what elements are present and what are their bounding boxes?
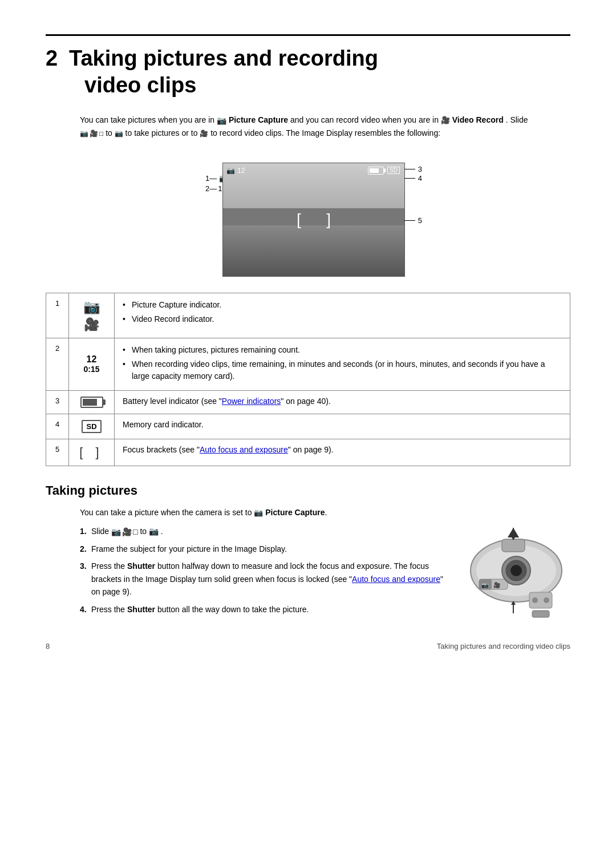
step-2: 2. Frame the subject for your picture in…	[80, 543, 451, 555]
row1-num: 1	[46, 293, 69, 338]
row3-desc: Battery level indicator (see "Power indi…	[115, 390, 570, 414]
row1-icon: 📷 🎥	[69, 293, 115, 338]
row2-count: 12	[77, 354, 106, 365]
section-cam-icon: 📷	[254, 507, 263, 519]
image-display-container: 1— 📷 2— 12 📷 12	[80, 153, 536, 277]
slide-cam-dest: 📷	[115, 128, 123, 139]
image-display-wrapper: 1— 📷 2— 12 📷 12	[188, 153, 428, 277]
display-cam-icon: 📷	[226, 167, 235, 175]
svg-text:🎥: 🎥	[493, 581, 501, 589]
section-content: You can take a picture when the camera i…	[80, 506, 570, 633]
row3-num: 3	[46, 390, 69, 414]
intro-text6: to record video clips. The Image Display…	[210, 128, 440, 138]
display-top-left: 📷 12	[226, 167, 245, 175]
step1-cam-icon: 📷	[111, 525, 121, 538]
taking-pictures-heading: Taking pictures	[46, 483, 570, 498]
row2-bullet2: When recording video clips, time remaini…	[123, 358, 562, 382]
step-4-num: 4.	[80, 603, 87, 616]
table-row: 5 [ ] Focus brackets (see "Auto focus an…	[46, 439, 570, 466]
chapter-title-row: 2 Taking pictures and recording	[46, 46, 570, 71]
indicator-table: 1 📷 🎥 Picture Capture indicator. Video R…	[46, 293, 570, 466]
focus-bracket	[297, 208, 331, 231]
step-3-num: 3.	[80, 560, 87, 572]
camera-illustration: 📷 🎥	[462, 525, 570, 633]
table-row: 2 12 0:15 When taking pictures, pictures…	[46, 338, 570, 390]
row4-desc: Memory card indicator.	[115, 414, 570, 439]
camera-svg: 📷 🎥	[462, 525, 570, 633]
row4-num: 4	[46, 414, 69, 439]
slide-camera-icon: 📷	[80, 128, 88, 139]
svg-point-16	[532, 597, 538, 603]
label-4-num: 4	[418, 174, 422, 183]
section-intro-bold: Picture Capture	[265, 508, 325, 517]
bracket-icon: [ ]	[79, 445, 103, 459]
intro-paragraph: You can take pictures when you are in 📷 …	[80, 114, 536, 140]
ground-band	[223, 225, 404, 276]
chapter-title: Taking pictures and recording	[69, 46, 378, 70]
chapter-header: 2 Taking pictures and recording video cl…	[46, 34, 570, 98]
step-1-slide-icons: 📷 🎥 □	[111, 525, 137, 538]
auto-focus-link[interactable]: Auto focus and exposure	[200, 445, 288, 454]
intro-to: to	[106, 128, 115, 138]
step-1-num: 1.	[80, 525, 87, 537]
table-row: 4 SD Memory card indicator.	[46, 414, 570, 439]
bottom-section: 1. Slide 📷 🎥 □ to 📷 . 2. Frame t	[80, 525, 570, 633]
step-3-bold: Shutter	[127, 561, 155, 571]
display-num-12: 12	[237, 167, 245, 175]
slide-box-icon: □	[99, 128, 103, 139]
display-battery-inline	[368, 167, 384, 175]
label-3-num: 3	[418, 165, 422, 173]
display-top-right: SD	[368, 167, 400, 175]
step-1-end: .	[161, 527, 163, 536]
step-1-text: Slide	[91, 527, 111, 536]
row4-icon: SD	[69, 414, 115, 439]
camera-inline-icon: 📷	[217, 114, 226, 127]
camera-icon-large: 📷	[77, 299, 106, 315]
svg-rect-18	[532, 611, 549, 617]
footer-page-num: 8	[46, 642, 50, 650]
intro-text2: and you can record video when you are in	[290, 115, 439, 124]
step-3-pre: Press the	[91, 561, 127, 571]
step-1: 1. Slide 📷 🎥 □ to 📷 .	[80, 525, 451, 538]
row2-bullet-list: When taking pictures, pictures remaining…	[123, 344, 562, 382]
row1-desc: Picture Capture indicator. Video Record …	[115, 293, 570, 338]
step3-link[interactable]: Auto focus and exposure	[352, 575, 440, 584]
row5-num: 5	[46, 439, 69, 466]
row1-bullet2: Video Record indicator.	[123, 313, 562, 325]
footer-chapter-text: Taking pictures and recording video clip…	[437, 642, 570, 650]
image-display: 📷 12 SD	[222, 163, 405, 277]
power-indicators-link[interactable]: Power indicators	[222, 397, 281, 406]
label-1-num: 1—	[205, 174, 217, 183]
step-4-pre: Press the	[91, 605, 127, 614]
svg-rect-2	[502, 539, 525, 552]
steps-container: 1. Slide 📷 🎥 □ to 📷 . 2. Frame t	[80, 525, 451, 620]
row3-icon	[69, 390, 115, 414]
page-footer: 8 Taking pictures and recording video cl…	[46, 642, 570, 650]
chapter-number: 2	[46, 46, 58, 70]
row2-num: 2	[46, 338, 69, 390]
step-4-post: button all the way down to take the pict…	[155, 605, 309, 614]
intro-text5: to take pictures or to	[125, 128, 198, 138]
section-intro-text: You can take a picture when the camera i…	[80, 508, 252, 517]
step1-vid-icon: 🎥	[122, 525, 132, 538]
step1-dest-icon: 📷	[149, 527, 159, 536]
video-icon-large: 🎥	[77, 317, 106, 332]
label-5-num: 5	[418, 216, 422, 225]
sd-icon: SD	[82, 420, 101, 433]
display-sd-inline: SD	[387, 167, 400, 174]
intro-bold1: Picture Capture	[229, 115, 288, 124]
intro-text3: . Slide	[506, 115, 528, 124]
step1-box-icon: □	[133, 525, 137, 538]
slide-vid-dest: 🎥	[200, 128, 208, 139]
svg-text:📷: 📷	[481, 581, 489, 589]
svg-point-17	[544, 597, 549, 603]
video-inline-icon: 🎥	[441, 115, 450, 127]
section-intro-end: .	[325, 508, 327, 517]
row1-bullet1: Picture Capture indicator.	[123, 299, 562, 311]
intro-bold2: Video Record	[452, 115, 504, 124]
step-1-to: to	[140, 527, 149, 536]
row2-time: 0:15	[77, 365, 106, 374]
slide-icons: 📷 🎥 □	[80, 128, 103, 139]
step-2-num: 2.	[80, 543, 87, 555]
step-4-bold: Shutter	[127, 605, 155, 614]
